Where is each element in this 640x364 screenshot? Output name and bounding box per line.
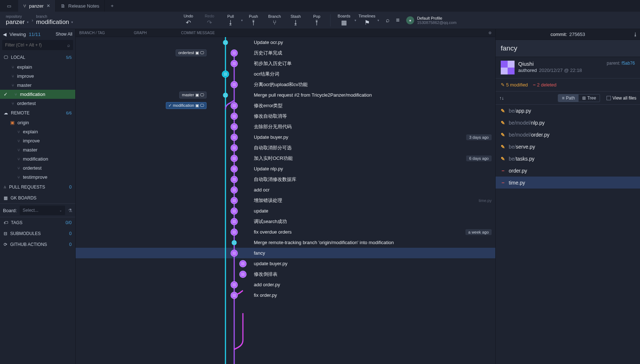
commit-row[interactable]: 增加错误处理time.py xyxy=(76,195,495,206)
push-button[interactable]: Push⭱ xyxy=(243,14,264,27)
tags-section[interactable]: 🏷 TAGS 0/0 xyxy=(0,217,75,228)
pull-button[interactable]: Pull⭳ xyxy=(220,14,241,27)
timelines-button[interactable]: Timelines⚑ xyxy=(356,14,377,27)
commit-node[interactable] xyxy=(231,197,238,204)
commit-row[interactable]: ocr结果分词 xyxy=(76,69,495,79)
commit-node[interactable] xyxy=(231,292,238,299)
local-branch-item[interactable]: ✓⑂modification xyxy=(0,90,75,99)
commit-row[interactable]: Update ocr.py xyxy=(76,37,495,48)
view-toggle[interactable]: ≡Path ⊞Tree xyxy=(558,94,600,102)
commit-node[interactable] xyxy=(231,165,238,173)
commit-row[interactable]: add ocr xyxy=(76,185,495,195)
stash-button[interactable]: Stash⭳ xyxy=(285,14,306,27)
commit-row[interactable]: add order.py xyxy=(76,279,495,290)
download-icon[interactable]: ⭳ xyxy=(633,32,638,37)
tab-repo[interactable]: ⑂ panzer ✕ xyxy=(18,0,56,12)
parent-hash[interactable]: f5ab76 xyxy=(621,61,635,66)
boards-button[interactable]: Boards▦ xyxy=(333,14,355,27)
filter-input-wrap[interactable]: ⌕ xyxy=(2,40,73,50)
commit-node[interactable] xyxy=(231,134,238,141)
commit-node[interactable] xyxy=(231,113,238,120)
branch-dropdown[interactable]: modification ▾ xyxy=(36,19,73,26)
undo-button[interactable]: Undo↶ xyxy=(178,14,199,27)
file-row[interactable]: −order.py xyxy=(496,165,640,177)
commit-node[interactable] xyxy=(223,93,228,98)
commit-node[interactable] xyxy=(231,102,238,109)
tab-release-notes[interactable]: 🗎 Release Notes xyxy=(56,0,105,12)
commit-row[interactable]: Update buyer.py3 days ago xyxy=(76,132,495,142)
commit-row[interactable]: update buyer.py xyxy=(76,258,495,269)
commit-node[interactable] xyxy=(231,228,238,236)
commit-row[interactable]: 调试search成功 xyxy=(76,216,495,227)
commit-row[interactable]: 初步加入历史订单 xyxy=(76,58,495,69)
remote-branch-item[interactable]: ⑂master xyxy=(0,145,75,154)
remote-branch-item[interactable]: ⑂testimprove xyxy=(0,173,75,182)
remote-branch-item[interactable]: ⑂improve xyxy=(0,136,75,145)
commit-row[interactable]: 去除部分无用代码 xyxy=(76,121,495,132)
commit-row[interactable]: 加入实时OCR功能6 days ago xyxy=(76,153,495,163)
local-branch-item[interactable]: ⑂explain xyxy=(0,62,75,72)
local-branch-item[interactable]: ⑂improve xyxy=(0,72,75,81)
commit-row[interactable]: 修改倒排表 xyxy=(76,269,495,279)
commit-node[interactable] xyxy=(223,40,228,45)
sort-icon[interactable]: ↑↓ xyxy=(499,95,504,101)
back-icon[interactable]: ◀ xyxy=(3,32,7,37)
commit-node[interactable] xyxy=(231,155,238,162)
commit-node[interactable] xyxy=(231,123,238,130)
commit-row[interactable]: 自动取消部分可选 xyxy=(76,142,495,153)
commit-node[interactable] xyxy=(231,81,238,88)
local-branch-item[interactable]: ⑂ordertest xyxy=(0,99,75,108)
file-row[interactable]: ✎be/tasks.py xyxy=(496,153,640,165)
commit-row[interactable]: fix order.py xyxy=(76,290,495,300)
file-row[interactable]: ✎be/app.py xyxy=(496,105,640,117)
branch-button[interactable]: Branch⑂ xyxy=(264,14,285,27)
commit-node[interactable] xyxy=(231,218,238,225)
filter-input[interactable] xyxy=(5,43,67,48)
submodules-section[interactable]: ⊟ SUBMODULES 0 xyxy=(0,228,75,239)
redo-button[interactable]: Redo↷ xyxy=(199,14,220,27)
folder-icon[interactable]: ▭ xyxy=(0,3,18,9)
local-section-header[interactable]: 🖵 LOCAL 5/5 xyxy=(0,52,75,62)
commit-node[interactable] xyxy=(231,144,238,151)
commit-node[interactable] xyxy=(239,260,247,267)
filter-icon[interactable]: ⚗ xyxy=(68,208,72,213)
remote-branch-item[interactable]: ⑂modification xyxy=(0,154,75,163)
remote-section-header[interactable]: ☁ REMOTE 6/6 xyxy=(0,108,75,118)
profile-menu[interactable]: ● Default Profile 1530875862@qq.com xyxy=(406,16,456,25)
commit-node[interactable] xyxy=(231,207,238,215)
commit-node[interactable] xyxy=(222,70,229,78)
remote-branch-item[interactable]: ⑂ordertest xyxy=(0,163,75,173)
remote-branch-item[interactable]: ⑂explain xyxy=(0,127,75,136)
commit-row[interactable]: update xyxy=(76,206,495,216)
commit-node[interactable] xyxy=(231,176,238,183)
file-row[interactable]: ✎be/model/order.py xyxy=(496,129,640,141)
commit-row[interactable]: fancy xyxy=(76,248,495,258)
commit-row[interactable]: fix overdue ordersa week ago xyxy=(76,227,495,237)
commit-row[interactable]: ✓ modification ▣ 🖵修改error类型 xyxy=(76,100,495,111)
show-all-button[interactable]: Show All xyxy=(56,32,72,37)
commit-row[interactable]: 自动取消修改数据库 xyxy=(76,174,495,185)
commit-node[interactable] xyxy=(231,49,238,57)
origin-item[interactable]: ▣ origin xyxy=(0,118,75,127)
commit-node[interactable] xyxy=(231,281,238,288)
commit-node[interactable] xyxy=(231,186,238,194)
search-icon[interactable]: ⌕ xyxy=(386,17,389,24)
gear-icon[interactable]: ⚙ xyxy=(488,31,495,35)
commit-row[interactable]: Merge remote-tracking branch 'origin/mod… xyxy=(76,237,495,248)
commit-node[interactable] xyxy=(231,60,238,67)
commit-row[interactable]: 修改自动取消等 xyxy=(76,111,495,121)
commit-node[interactable] xyxy=(239,271,247,278)
close-icon[interactable]: ✕ xyxy=(47,3,50,8)
commit-row[interactable]: Update nlp.py xyxy=(76,163,495,174)
commit-node[interactable] xyxy=(232,240,237,245)
pull-requests-section[interactable]: ⑃ PULL REQUESTS 0 xyxy=(0,182,75,193)
pop-button[interactable]: Pop⭱ xyxy=(306,14,327,27)
commit-row[interactable]: ordertest ▣ 🖵历史订单完成 xyxy=(76,48,495,58)
file-row[interactable]: ✎be/serve.py xyxy=(496,141,640,153)
commit-row[interactable]: master ▣ 🖵Merge pull request #2 from Tri… xyxy=(76,90,495,100)
view-all-checkbox[interactable]: View all files xyxy=(607,96,636,101)
commit-node[interactable] xyxy=(231,250,238,257)
repo-dropdown[interactable]: panzer ▾ xyxy=(6,19,29,26)
commit-row[interactable]: 分离ocr的upload和cv功能 xyxy=(76,79,495,90)
menu-icon[interactable]: ≡ xyxy=(396,17,400,24)
